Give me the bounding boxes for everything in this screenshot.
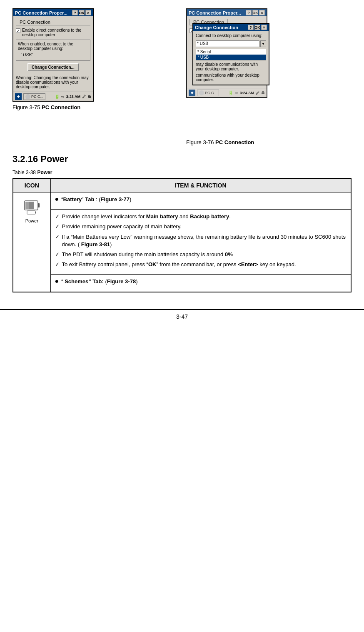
figure2-bg-taskbar-battery-icon: 🔋 bbox=[228, 90, 233, 95]
figure2-container: PC Connection Proper... ? OK × PC Connec… bbox=[186, 8, 352, 145]
power-icon-label: Power bbox=[25, 218, 38, 223]
figure2-bg-taskbar-edit-icon: 🖉 bbox=[256, 91, 259, 95]
table-label-title: Power bbox=[37, 170, 52, 175]
figure1-window: PC Connection Proper... ? OK × PC Connec… bbox=[12, 8, 94, 102]
figure1-ok-btn[interactable]: OK bbox=[79, 10, 85, 15]
figure1-close-btn[interactable]: × bbox=[85, 10, 91, 15]
figure1-checkbox-label: Enable direct connections to the desktop… bbox=[22, 28, 90, 37]
bullet-check-4: ✓ bbox=[55, 234, 60, 240]
figure2-cc-titlebar-buttons: ? OK × bbox=[248, 25, 267, 30]
bullet-item-7: ● “ Schemes” Tab: (Figure 3-78) bbox=[55, 278, 347, 285]
figure1-section-box: When enabled, connect to the desktop com… bbox=[16, 40, 90, 61]
figure2-cc-dialog: Change Connection ? OK × Connect to desk… bbox=[192, 23, 269, 85]
bullet-check-3: ✓ bbox=[55, 223, 60, 230]
figure1-value: " USB' bbox=[18, 52, 88, 57]
figure1-help-btn[interactable]: ? bbox=[72, 10, 78, 15]
figure1-taskbar-printer-icon: 🖶 bbox=[87, 95, 91, 99]
figure2-stack: PC Connection Proper... ? OK × PC Connec… bbox=[186, 8, 274, 137]
figure2-caption-number: Figure 3-76 bbox=[186, 139, 214, 145]
svg-rect-4 bbox=[35, 212, 36, 213]
figure1-caption-title: PC Connection bbox=[42, 104, 80, 110]
figure2-cc-titlebar: Change Connection ? OK × bbox=[193, 24, 269, 31]
figure2-bg-ok-btn[interactable]: OK bbox=[252, 10, 258, 15]
figure1-taskbar-time: 3:23 AM bbox=[66, 95, 80, 99]
table-content-row3: ● “ Schemes” Tab: (Figure 3-78) bbox=[50, 275, 351, 292]
figure1-taskbar-right: 🔋 ⇨ 3:23 AM 🖉 🖶 bbox=[55, 94, 91, 99]
figure1-taskbar-label: PC C... bbox=[31, 95, 43, 99]
figure2-cc-warning: may disable communications with your des… bbox=[196, 62, 266, 71]
bullet-check-5: ✓ bbox=[55, 251, 60, 257]
figure1-taskbar-item[interactable]: PC C... bbox=[23, 93, 45, 100]
figure2-bg-taskbar-right: 🔋 ⇨ 3:24 AM 🖉 🖶 bbox=[228, 90, 265, 95]
figure1-checkbox[interactable]: ✓ bbox=[16, 28, 20, 33]
figure2-cc-dropdown-row: * USB ▼ bbox=[196, 40, 266, 47]
figure1-taskbar-battery-icon: 🔋 bbox=[55, 94, 60, 99]
figure2-bg-taskbar: ◆ PC C... 🔋 ⇨ 3:24 AM 🖉 🖶 bbox=[187, 88, 267, 97]
figure2-bg-close-btn[interactable]: × bbox=[259, 10, 265, 15]
figure1-change-btn[interactable]: Change Connection... bbox=[27, 63, 79, 71]
figure2-bg-title: PC Connection Proper... bbox=[189, 10, 241, 15]
figure2-caption: Figure 3-76 PC Connection bbox=[186, 139, 352, 145]
bullet-text-2: Provide change level indicators for Main… bbox=[62, 213, 231, 220]
table-label-number: Table 3-38 bbox=[12, 170, 36, 175]
section-heading-container: 3.2.16 Power bbox=[12, 154, 352, 165]
figure2-cc-ok-btn[interactable]: OK bbox=[254, 25, 260, 30]
bullet-text-3: Provide remaining power capacity of main… bbox=[62, 223, 182, 230]
figure2-bg-help-btn[interactable]: ? bbox=[246, 10, 252, 15]
figure1-section-text: When enabled, connect to the desktop com… bbox=[18, 42, 88, 51]
figure2-bg-taskbar-arrow-icon: ⇨ bbox=[235, 91, 238, 95]
bullet-text-4: If a “Main Batteries very Low” warning m… bbox=[62, 233, 347, 248]
power-icon-svg bbox=[21, 196, 42, 217]
figure2-cc-dropdown[interactable]: * USB bbox=[196, 40, 259, 47]
figure1-title: PC Connection Proper... bbox=[15, 10, 67, 15]
svg-rect-3 bbox=[27, 211, 35, 214]
figure1-warning: Warning: Changing the connection may dis… bbox=[16, 75, 90, 89]
table-header-icon: ICON bbox=[13, 178, 50, 192]
table-header-function: ITEM & FUNCTION bbox=[50, 178, 351, 192]
table-content-row2: ✓ Provide change level indicators for Ma… bbox=[50, 210, 351, 275]
bullet-text-5: The PDT will shutdown during the main ba… bbox=[62, 251, 233, 258]
figure2-cc-client: Connect to desktop computer using: * USB… bbox=[193, 31, 269, 85]
figure2-cc-help-btn[interactable]: ? bbox=[248, 25, 254, 30]
figure2-bg-taskbar-label: PC C... bbox=[205, 91, 217, 95]
figure1-taskbar-arrow-icon: ⇨ bbox=[61, 95, 65, 99]
figure1-caption: Figure 3-75 PC Connection bbox=[12, 104, 178, 110]
figure2-cc-list-item-serial[interactable]: * Serial bbox=[196, 49, 266, 55]
section-heading: 3.2.16 Power bbox=[12, 154, 352, 165]
figure2-bg-taskbar-item[interactable]: PC C... bbox=[197, 90, 219, 96]
figure2-cc-list-item-usb[interactable]: * USB bbox=[196, 55, 266, 60]
figure2-bg-taskbar-time: 3:24 AM bbox=[240, 91, 254, 95]
figure2-cc-close-btn[interactable]: × bbox=[261, 25, 267, 30]
figure2-bg-taskbar-printer-icon: 🖶 bbox=[261, 91, 265, 95]
table-content-row1: ● “Battery” Tab : (Figure 3-77) bbox=[50, 192, 351, 210]
power-icon-container: Power bbox=[17, 196, 46, 223]
bullet-check-2: ✓ bbox=[55, 213, 60, 220]
power-table: ICON ITEM & FUNCTION bbox=[12, 178, 352, 292]
figure2-bg-titlebar: PC Connection Proper... ? OK × bbox=[187, 9, 267, 16]
figure2-caption-title: PC Connection bbox=[215, 139, 254, 145]
page-content: PC Connection Proper... ? OK × PC Connec… bbox=[0, 0, 364, 292]
figure1-tab[interactable]: PC Connection bbox=[16, 19, 54, 25]
figure1-titlebar: PC Connection Proper... ? OK × bbox=[13, 9, 93, 16]
figure1-start-icon[interactable]: ◆ bbox=[15, 93, 22, 100]
page-number: 3-47 bbox=[176, 313, 188, 320]
figure1-titlebar-buttons: ? OK × bbox=[72, 10, 91, 15]
bullet-item-6: ✓ To exit Battery control panel, press “… bbox=[55, 261, 347, 268]
bullet-item-1: ● “Battery” Tab : (Figure 3-77) bbox=[55, 196, 347, 203]
bullet-item-2: ✓ Provide change level indicators for Ma… bbox=[55, 213, 347, 220]
figure1-client: PC Connection ✓ Enable direct connection… bbox=[13, 16, 93, 92]
figure1-tab-bar: PC Connection bbox=[16, 19, 90, 25]
bullet-dot-1: ● bbox=[55, 196, 59, 202]
figure2-cc-dropdown-btn[interactable]: ▼ bbox=[260, 40, 266, 47]
page-footer: 3-47 bbox=[0, 309, 364, 323]
table-icon-cell: Power bbox=[13, 192, 50, 292]
figure2-cc-text: Connect to desktop computer using: bbox=[196, 33, 266, 38]
bullet-check-6: ✓ bbox=[55, 261, 60, 267]
figure1-caption-number: Figure 3-75 bbox=[12, 104, 40, 110]
figure2-cc-list: * Serial * USB bbox=[196, 49, 266, 60]
bullet-item-4: ✓ If a “Main Batteries very Low” warning… bbox=[55, 233, 347, 248]
figure1-checkbox-row: ✓ Enable direct connections to the deskt… bbox=[16, 28, 90, 37]
figure2-bg-start-icon[interactable]: ◆ bbox=[189, 90, 195, 96]
figure1-container: PC Connection Proper... ? OK × PC Connec… bbox=[12, 8, 178, 145]
figure1-taskbar-pc-icon bbox=[25, 94, 30, 99]
